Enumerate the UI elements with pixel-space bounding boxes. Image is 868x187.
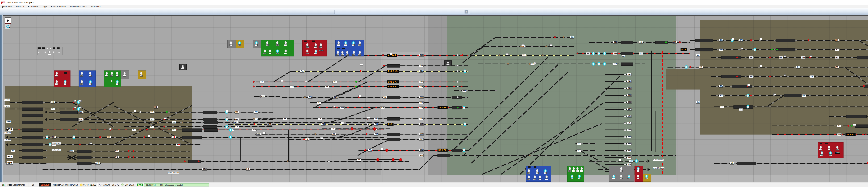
signal[interactable]: [769, 57, 771, 58]
panel-button-active[interactable]: [238, 41, 241, 44]
track-segment[interactable]: [496, 37, 574, 38]
panel-button[interactable]: [269, 49, 271, 52]
signal[interactable]: [457, 85, 459, 87]
signal[interactable]: [753, 48, 756, 51]
signal[interactable]: [128, 156, 130, 158]
signal[interactable]: [457, 65, 459, 67]
message-input[interactable]: [335, 10, 470, 14]
signal[interactable]: [367, 123, 368, 125]
panel-button[interactable]: [306, 49, 309, 52]
signal[interactable]: [624, 115, 626, 117]
menu-item-streckenanschluss[interactable]: Streckenanschluss: [67, 5, 89, 8]
signal[interactable]: [303, 138, 305, 140]
signal[interactable]: [529, 63, 531, 65]
signal[interactable]: [355, 81, 357, 83]
signal[interactable]: [49, 143, 51, 146]
signal[interactable]: [563, 36, 564, 38]
panel-button[interactable]: [337, 51, 339, 54]
signal[interactable]: [328, 160, 330, 162]
panel-button[interactable]: [534, 176, 536, 178]
signal[interactable]: [132, 150, 134, 152]
track-segment-vertical[interactable]: [651, 50, 652, 151]
signal[interactable]: [750, 39, 752, 41]
signal[interactable]: [736, 57, 738, 58]
signal[interactable]: [776, 49, 778, 50]
track-segment[interactable]: [228, 124, 468, 125]
signal[interactable]: [542, 54, 544, 56]
menu-item-information[interactable]: Information: [89, 5, 103, 8]
track-segment[interactable]: [289, 139, 468, 140]
signal[interactable]: [507, 63, 509, 65]
signal[interactable]: [457, 107, 459, 109]
signal[interactable]: [665, 41, 667, 43]
panel-button[interactable]: [284, 41, 287, 44]
panel-button[interactable]: [111, 72, 113, 75]
panel-button-active[interactable]: [116, 80, 119, 83]
panel-button[interactable]: [359, 41, 361, 44]
panel-button-active[interactable]: [89, 80, 92, 83]
signal[interactable]: [128, 150, 130, 152]
signal[interactable]: [529, 154, 531, 156]
menu-item-bearbeiten[interactable]: Bearbeiten: [26, 5, 39, 8]
signal[interactable]: [771, 49, 773, 50]
fax-badge[interactable]: FAX: [137, 184, 143, 186]
play-button[interactable]: [5, 18, 11, 24]
signal[interactable]: [182, 121, 184, 123]
track-segment[interactable]: [291, 71, 468, 72]
signal[interactable]: [178, 144, 180, 145]
signal[interactable]: [157, 121, 159, 123]
signal[interactable]: [624, 122, 626, 124]
signal[interactable]: [624, 136, 626, 138]
signal[interactable]: [392, 158, 395, 161]
track-segment[interactable]: [256, 81, 468, 82]
signal[interactable]: [351, 127, 353, 130]
signal[interactable]: [229, 128, 232, 132]
menu-item-zeige[interactable]: Zeige: [39, 5, 49, 8]
signal[interactable]: [624, 150, 626, 152]
signal[interactable]: [464, 69, 466, 73]
panel-button[interactable]: [528, 176, 530, 178]
signal[interactable]: [253, 123, 255, 125]
signal[interactable]: [624, 81, 626, 83]
panel-button[interactable]: [123, 72, 126, 75]
signal[interactable]: [140, 111, 141, 113]
track-segment[interactable]: [256, 118, 468, 119]
panel-button-active[interactable]: [544, 169, 547, 173]
panel-button[interactable]: [116, 72, 118, 75]
signal[interactable]: [174, 136, 175, 138]
panel-button[interactable]: [539, 176, 541, 178]
panel-button[interactable]: [346, 51, 348, 54]
signal[interactable]: [366, 133, 368, 135]
panel-button-active[interactable]: [352, 41, 355, 44]
signal[interactable]: [146, 129, 148, 131]
track-canvas[interactable]: 6426416406396386376366356346336326316306…: [3, 15, 868, 182]
signal[interactable]: [577, 52, 579, 54]
signal[interactable]: [464, 122, 466, 126]
signal[interactable]: [163, 126, 165, 127]
signal[interactable]: [603, 52, 606, 55]
panel-button-active[interactable]: [571, 175, 574, 178]
panel-button[interactable]: [140, 72, 142, 75]
menu-item-stelltisch[interactable]: Stelltisch: [13, 5, 26, 8]
track-segment[interactable]: [359, 150, 468, 151]
panel-button-active[interactable]: [344, 41, 347, 44]
signal[interactable]: [99, 136, 101, 138]
panel-button[interactable]: [819, 146, 822, 149]
panel-button-active[interactable]: [578, 175, 581, 178]
panel-button[interactable]: [230, 41, 232, 44]
menu-item-betriebszentrale[interactable]: Betriebszentrale: [49, 5, 67, 8]
panel-button[interactable]: [637, 175, 639, 178]
track-segment[interactable]: [42, 169, 419, 170]
signal[interactable]: [457, 54, 459, 56]
signal[interactable]: [383, 65, 385, 67]
signal[interactable]: [866, 162, 868, 164]
panel-button-active[interactable]: [255, 41, 258, 44]
signal[interactable]: [373, 127, 376, 130]
signal[interactable]: [376, 158, 379, 161]
signal[interactable]: [624, 143, 626, 145]
panel-button[interactable]: [359, 51, 361, 54]
signal[interactable]: [360, 70, 362, 72]
signal[interactable]: [287, 160, 288, 162]
signal[interactable]: [225, 125, 228, 128]
track-segment[interactable]: [433, 155, 676, 156]
